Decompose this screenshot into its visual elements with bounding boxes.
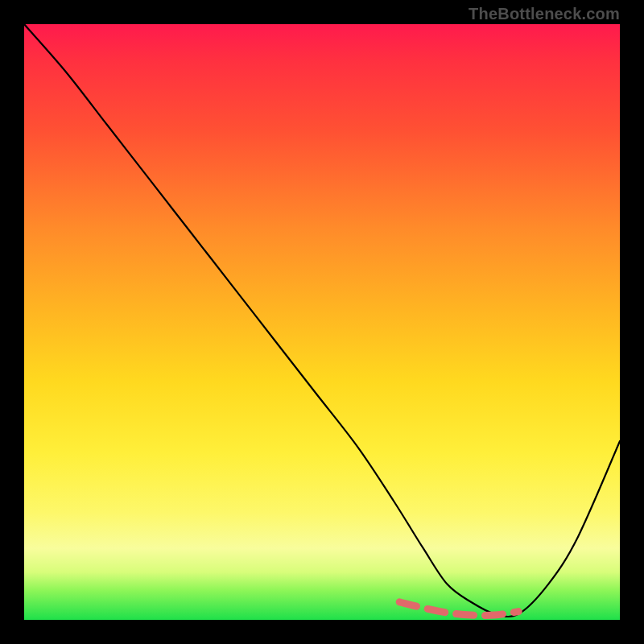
bottleneck-curve bbox=[24, 24, 620, 617]
watermark-text: TheBottleneck.com bbox=[469, 5, 620, 23]
curve-layer bbox=[24, 24, 620, 620]
plot-area bbox=[24, 24, 620, 620]
optimal-zone-dash bbox=[399, 602, 518, 616]
chart-frame: TheBottleneck.com bbox=[0, 0, 644, 644]
